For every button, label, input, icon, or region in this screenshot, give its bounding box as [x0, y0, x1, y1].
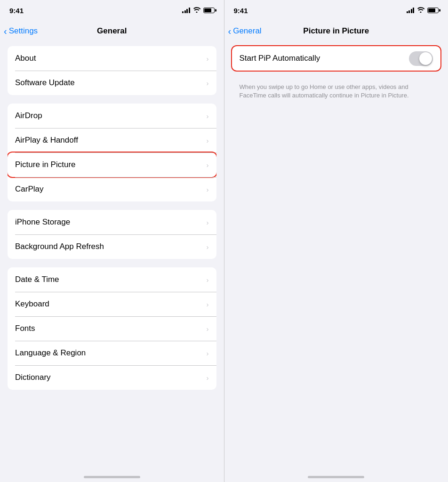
right-panel: 9:41 ‹ General P — [224, 0, 448, 482]
settings-content-left: About›Software Update›AirDrop›AirPlay & … — [0, 41, 224, 466]
left-panel: 9:41 ‹ Settings — [0, 0, 224, 482]
chevron-iphone-storage: › — [207, 218, 209, 226]
wifi-icon-left — [193, 7, 200, 14]
chevron-picture-in-picture: › — [207, 161, 209, 169]
back-label-right: General — [233, 26, 261, 36]
status-icons-left — [182, 7, 215, 14]
home-bar-right — [308, 476, 364, 478]
nav-bar-left: ‹ Settings General — [0, 21, 224, 41]
settings-row-keyboard[interactable]: Keyboard› — [8, 292, 216, 316]
settings-group-group3: iPhone Storage›Background App Refresh› — [8, 210, 216, 259]
label-software-update: Software Update — [15, 78, 75, 88]
label-picture-in-picture: Picture in Picture — [15, 160, 76, 169]
chevron-airplay-handoff: › — [207, 137, 209, 145]
settings-group-group1: About›Software Update› — [8, 46, 216, 95]
pip-toggle-row[interactable]: Start PiP Automatically — [232, 46, 441, 71]
label-background-app-refresh: Background App Refresh — [15, 242, 104, 251]
pip-toggle-group: Start PiP Automatically — [232, 46, 441, 71]
pip-toggle-switch[interactable] — [409, 51, 433, 66]
battery-icon-left — [203, 8, 215, 13]
settings-group-group4: Date & Time›Keyboard›Fonts›Language & Re… — [8, 267, 216, 390]
back-button-right[interactable]: ‹ General — [228, 26, 262, 36]
settings-row-airplay-handoff[interactable]: AirPlay & Handoff› — [8, 128, 216, 153]
settings-row-language-region[interactable]: Language & Region› — [8, 341, 216, 365]
home-bar-left — [84, 476, 140, 478]
back-chevron-left: ‹ — [4, 26, 7, 36]
chevron-keyboard: › — [207, 300, 209, 308]
nav-bar-right: ‹ General Picture in Picture — [224, 21, 448, 41]
page-title-right: Picture in Picture — [303, 26, 369, 36]
chevron-about: › — [207, 55, 209, 63]
settings-row-carplay[interactable]: CarPlay› — [8, 177, 216, 201]
settings-row-software-update[interactable]: Software Update› — [8, 71, 216, 95]
chevron-language-region: › — [207, 349, 209, 357]
signal-icon-left — [182, 8, 190, 13]
settings-row-picture-in-picture[interactable]: Picture in Picture› — [8, 153, 216, 177]
status-bar-left: 9:41 — [0, 0, 224, 21]
signal-icon-right — [407, 8, 415, 13]
chevron-airdrop: › — [207, 112, 209, 120]
chevron-software-update: › — [207, 79, 209, 87]
home-indicator-left — [0, 466, 224, 482]
settings-row-airdrop[interactable]: AirDrop› — [8, 104, 216, 128]
back-chevron-right: ‹ — [228, 26, 232, 36]
label-about: About — [15, 54, 36, 63]
settings-row-date-time[interactable]: Date & Time› — [8, 267, 216, 292]
label-keyboard: Keyboard — [15, 299, 49, 309]
chevron-date-time: › — [207, 276, 209, 284]
pip-toggle-label: Start PiP Automatically — [240, 54, 320, 63]
chevron-carplay: › — [207, 185, 209, 193]
chevron-fonts: › — [207, 325, 209, 333]
label-language-region: Language & Region — [15, 348, 86, 358]
status-icons-right — [407, 7, 439, 14]
label-date-time: Date & Time — [15, 275, 59, 284]
settings-group-group2: AirDrop›AirPlay & Handoff›Picture in Pic… — [8, 104, 216, 201]
label-airdrop: AirDrop — [15, 111, 42, 120]
wifi-icon-right — [417, 7, 424, 14]
page-title-left: General — [97, 26, 127, 36]
toggle-knob — [419, 52, 432, 65]
settings-row-iphone-storage[interactable]: iPhone Storage› — [8, 210, 216, 234]
settings-row-background-app-refresh[interactable]: Background App Refresh› — [8, 234, 216, 259]
settings-row-fonts[interactable]: Fonts› — [8, 316, 216, 341]
settings-row-dictionary[interactable]: Dictionary› — [8, 365, 216, 390]
home-indicator-right — [224, 466, 448, 482]
status-time-right: 9:41 — [234, 7, 248, 15]
status-time-left: 9:41 — [9, 7, 24, 15]
label-fonts: Fonts — [15, 324, 35, 333]
pip-description: When you swipe up to go Home or use othe… — [232, 79, 441, 107]
back-button-left[interactable]: ‹ Settings — [4, 26, 38, 36]
chevron-background-app-refresh: › — [207, 243, 209, 251]
label-iphone-storage: iPhone Storage — [15, 217, 70, 227]
back-label-left: Settings — [9, 26, 38, 36]
label-dictionary: Dictionary — [15, 373, 51, 382]
settings-row-about[interactable]: About› — [8, 46, 216, 71]
settings-content-right: Start PiP Automatically When you swipe u… — [224, 41, 448, 466]
battery-icon-right — [427, 8, 439, 13]
label-airplay-handoff: AirPlay & Handoff — [15, 136, 78, 145]
chevron-dictionary: › — [207, 374, 209, 382]
label-carplay: CarPlay — [15, 185, 43, 194]
status-bar-right: 9:41 — [224, 0, 448, 21]
